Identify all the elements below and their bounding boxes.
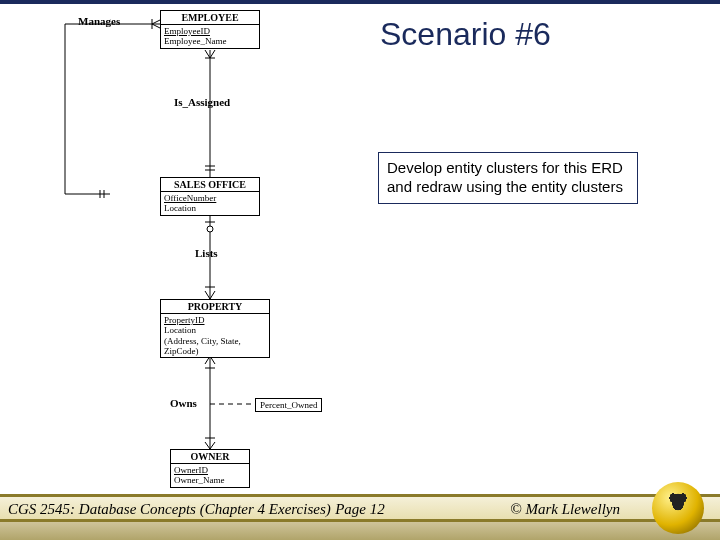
- svg-line-25: [210, 442, 215, 449]
- slide: Scenario #6 Develop entity clusters for …: [0, 0, 720, 540]
- entity-employee-name: EMPLOYEE: [161, 11, 259, 25]
- entity-owner-name: OWNER: [171, 450, 249, 464]
- entity-owner-pk: OwnerID: [174, 465, 246, 475]
- entity-property-attrs: Location (Address, City, State, ZipCode): [164, 325, 266, 356]
- footer-copyright: © Mark Llewellyn: [510, 501, 620, 518]
- entity-sales-office: SALES OFFICE OfficeNumber Location: [160, 177, 260, 216]
- svg-line-24: [205, 442, 210, 449]
- rel-owns: Owns: [170, 397, 197, 409]
- entity-property: PROPERTY PropertyID Location (Address, C…: [160, 299, 270, 358]
- entity-sales-office-name: SALES OFFICE: [161, 178, 259, 192]
- entity-sales-office-pk: OfficeNumber: [164, 193, 256, 203]
- svg-line-3: [152, 20, 160, 24]
- erd-connectors: [0, 4, 310, 504]
- rel-is-assigned: Is_Assigned: [174, 96, 230, 108]
- entity-owner-attrs: Owner_Name: [174, 475, 246, 485]
- svg-line-16: [210, 291, 215, 299]
- erd-diagram: EMPLOYEE EmployeeID Employee_Name Manage…: [0, 4, 310, 499]
- instruction-text: Develop entity clusters for this ERD and…: [387, 159, 623, 195]
- entity-property-name: PROPERTY: [161, 300, 269, 314]
- svg-line-15: [205, 291, 210, 299]
- entity-property-pk: PropertyID: [164, 315, 266, 325]
- entity-owner: OWNER OwnerID Owner_Name: [170, 449, 250, 488]
- entity-employee-attrs: Employee_Name: [164, 36, 256, 46]
- svg-point-19: [207, 226, 213, 232]
- slide-title: Scenario #6: [380, 16, 551, 53]
- rel-lists: Lists: [195, 247, 218, 259]
- instruction-box: Develop entity clusters for this ERD and…: [378, 152, 638, 204]
- assoc-attr-percent-owned: Percent_Owned: [255, 398, 322, 412]
- entity-sales-office-attrs: Location: [164, 203, 256, 213]
- footer-under-bar: [0, 522, 720, 540]
- entity-employee-pk: EmployeeID: [164, 26, 256, 36]
- entity-employee: EMPLOYEE EmployeeID Employee_Name: [160, 10, 260, 49]
- svg-line-4: [152, 24, 160, 28]
- svg-line-9: [205, 50, 210, 58]
- rel-manages: Manages: [78, 15, 120, 27]
- ucf-logo-icon: [652, 482, 704, 534]
- svg-line-10: [210, 50, 215, 58]
